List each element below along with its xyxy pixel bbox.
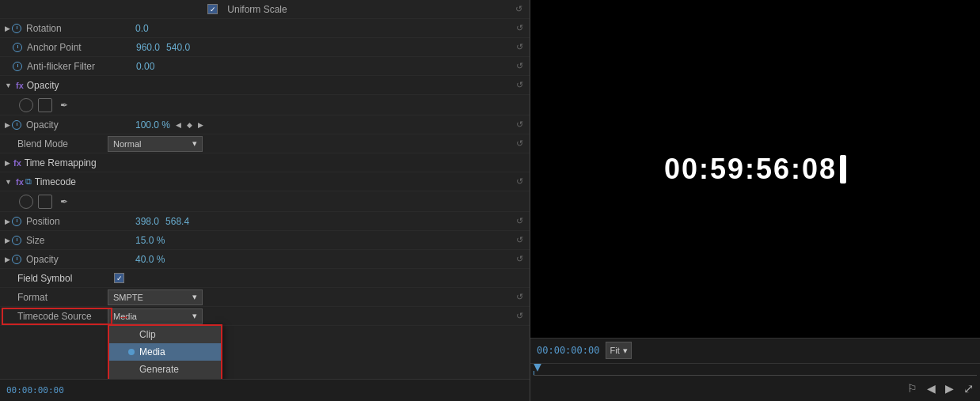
clip-label: Clip bbox=[139, 329, 156, 340]
timeline-ruler[interactable] bbox=[530, 364, 980, 376]
opacity-fx-badge: fx bbox=[16, 81, 24, 90]
uniform-scale-checkbox[interactable] bbox=[207, 4, 218, 14]
timecode-section-label: Timecode bbox=[35, 176, 76, 187]
opacity-val-stopwatch[interactable] bbox=[12, 120, 21, 130]
prev-keyframe-btn[interactable]: ◀ bbox=[927, 382, 936, 395]
current-time: 00:00:00:00 bbox=[537, 345, 599, 356]
opacity-square-icon[interactable] bbox=[38, 98, 52, 112]
marker-btn[interactable]: ⚐ bbox=[907, 382, 917, 395]
tc-opacity-value: 40.0 % bbox=[135, 254, 165, 265]
media-label: Media bbox=[139, 346, 165, 357]
right-panel: 00:59:56:08 00:00:00:00 Fit ▾ ⚐ ◀ ▶ ⤢ bbox=[530, 0, 980, 401]
tc-square-icon[interactable] bbox=[38, 195, 52, 209]
bottom-time-display: 00:00:00:00 bbox=[6, 385, 64, 395]
left-panel: Uniform Scale ↺ ▶ Rotation 0.0 ↺ Anchor … bbox=[0, 0, 530, 401]
anti-flicker-value: 0.00 bbox=[136, 61, 154, 72]
tc-pos-reset[interactable]: ↺ bbox=[514, 216, 525, 227]
blend-mode-dropdown[interactable]: Normal ▾ bbox=[108, 136, 203, 152]
tc-size-row: ▶ Size 15.0 % ↺ bbox=[0, 231, 530, 250]
tc-popup-clip[interactable]: Clip bbox=[109, 326, 221, 343]
tc-format-dropdown[interactable]: SMPTE ▾ bbox=[108, 289, 203, 305]
fit-value: Fit bbox=[610, 346, 619, 355]
tc-size-reset[interactable]: ↺ bbox=[514, 235, 525, 246]
opacity-section-header: ▼ fx Opacity ↺ bbox=[0, 76, 530, 95]
time-remap-chevron: ▶ bbox=[5, 159, 10, 167]
kf-right[interactable]: ▶ bbox=[196, 120, 205, 130]
kf-diamond[interactable]: ◆ bbox=[184, 120, 194, 130]
rotation-reset[interactable]: ↺ bbox=[514, 23, 525, 34]
opacity-val-value: 100.0 % bbox=[135, 119, 170, 131]
properties-area: Uniform Scale ↺ ▶ Rotation 0.0 ↺ Anchor … bbox=[0, 0, 530, 379]
blend-mode-reset[interactable]: ↺ bbox=[514, 138, 525, 149]
tc-field-checkbox[interactable] bbox=[114, 273, 124, 283]
kf-left[interactable]: ◀ bbox=[173, 120, 183, 130]
anchor-point-row: Anchor Point 960.0 540.0 ↺ bbox=[0, 38, 530, 57]
tc-source-popup: Clip Media Generate None bbox=[108, 324, 222, 380]
rotation-value: 0.0 bbox=[135, 23, 149, 34]
opacity-pen-icon[interactable]: ✒ bbox=[57, 98, 71, 112]
tc-popup-generate[interactable]: Generate bbox=[109, 361, 221, 378]
timecode-section-header: ▼ fx ⧉ Timecode ↺ bbox=[0, 172, 530, 191]
media-dot bbox=[128, 349, 135, 355]
timecode-text: 00:59:56:08 bbox=[664, 153, 837, 186]
fit-dropdown[interactable]: Fit ▾ bbox=[606, 342, 631, 359]
anchor-reset[interactable]: ↺ bbox=[514, 42, 525, 53]
tc-size-chevron: ▶ bbox=[5, 236, 10, 244]
tc-size-stopwatch[interactable] bbox=[12, 236, 21, 245]
tc-opacity-row: ▶ Opacity 40.0 % ↺ bbox=[0, 250, 530, 269]
tc-circle-icon[interactable] bbox=[19, 195, 33, 209]
opacity-val-chevron: ▶ bbox=[5, 121, 10, 129]
tc-source-dropdown[interactable]: Media ▾ bbox=[108, 308, 203, 324]
tc-source-dropdown-wrapper: Media ▾ Clip Media Generate bbox=[108, 308, 203, 324]
anti-flicker-stopwatch[interactable] bbox=[13, 62, 22, 71]
time-remap-fx-badge: fx bbox=[13, 158, 21, 168]
opacity-section-reset[interactable]: ↺ bbox=[514, 80, 525, 91]
timecode-fx-badge: fx bbox=[16, 177, 24, 187]
timecode-section-reset[interactable]: ↺ bbox=[514, 176, 525, 187]
tc-opac-reset[interactable]: ↺ bbox=[514, 254, 525, 265]
uniform-scale-label: Uniform Scale bbox=[227, 4, 287, 15]
opacity-section-label: Opacity bbox=[27, 80, 59, 91]
tc-position-v1: 398.0 bbox=[135, 216, 159, 227]
opacity-val-label: Opacity bbox=[26, 119, 129, 131]
tc-opacity-label: Opacity bbox=[26, 254, 129, 265]
anchor-value2: 540.0 bbox=[166, 42, 190, 53]
playhead bbox=[534, 364, 541, 372]
tc-pos-stopwatch[interactable] bbox=[12, 217, 21, 226]
zoom-fit-btn[interactable]: ⤢ bbox=[963, 381, 974, 396]
left-panel-bottom: 00:00:00:00 bbox=[0, 379, 530, 401]
tc-format-label: Format bbox=[5, 292, 108, 303]
timecode-link-icon: ⧉ bbox=[25, 176, 32, 187]
uniform-scale-row: Uniform Scale ↺ bbox=[0, 0, 530, 19]
tc-popup-media[interactable]: Media bbox=[109, 343, 221, 361]
tc-source-arrow: ▾ bbox=[192, 311, 197, 321]
blend-mode-row: Blend Mode Normal ▾ ↺ bbox=[0, 134, 530, 153]
tc-popup-none[interactable]: None bbox=[109, 378, 221, 380]
tc-source-reset[interactable]: ↺ bbox=[514, 311, 525, 322]
blend-mode-label: Blend Mode bbox=[5, 138, 108, 149]
opacity-icon-row: ✒ bbox=[0, 95, 530, 115]
rotation-row: ▶ Rotation 0.0 ↺ bbox=[0, 19, 530, 38]
preview-controls: 00:00:00:00 Fit ▾ ⚐ ◀ ▶ ⤢ bbox=[530, 338, 980, 401]
opacity-circle-icon[interactable] bbox=[19, 98, 33, 112]
controls-bottom: ⚐ ◀ ▶ ⤢ bbox=[530, 376, 980, 401]
next-keyframe-btn[interactable]: ▶ bbox=[945, 382, 954, 395]
timecode-cursor bbox=[840, 155, 846, 183]
rotation-stopwatch[interactable] bbox=[12, 24, 21, 33]
tc-format-row: Format SMPTE ▾ ↺ bbox=[0, 288, 530, 307]
uniform-scale-reset[interactable]: ↺ bbox=[514, 4, 525, 15]
anti-flicker-reset[interactable]: ↺ bbox=[514, 61, 525, 72]
tc-opac-stopwatch[interactable] bbox=[12, 255, 21, 264]
tc-field-label: Field Symbol bbox=[5, 273, 108, 284]
time-remap-label: Time Remapping bbox=[25, 157, 97, 168]
tc-opac-chevron: ▶ bbox=[5, 255, 10, 263]
anchor-label: Anchor Point bbox=[27, 42, 130, 53]
timecode-display: 00:59:56:08 bbox=[664, 153, 846, 186]
tc-pen-icon[interactable]: ✒ bbox=[57, 195, 71, 209]
opacity-val-reset[interactable]: ↺ bbox=[514, 119, 525, 131]
anchor-stopwatch[interactable] bbox=[13, 43, 22, 52]
tc-position-v2: 568.4 bbox=[165, 216, 189, 227]
anti-flicker-row: Anti-flicker Filter 0.00 ↺ bbox=[0, 57, 530, 76]
anchor-value1: 960.0 bbox=[136, 42, 160, 53]
tc-format-reset[interactable]: ↺ bbox=[514, 292, 525, 303]
